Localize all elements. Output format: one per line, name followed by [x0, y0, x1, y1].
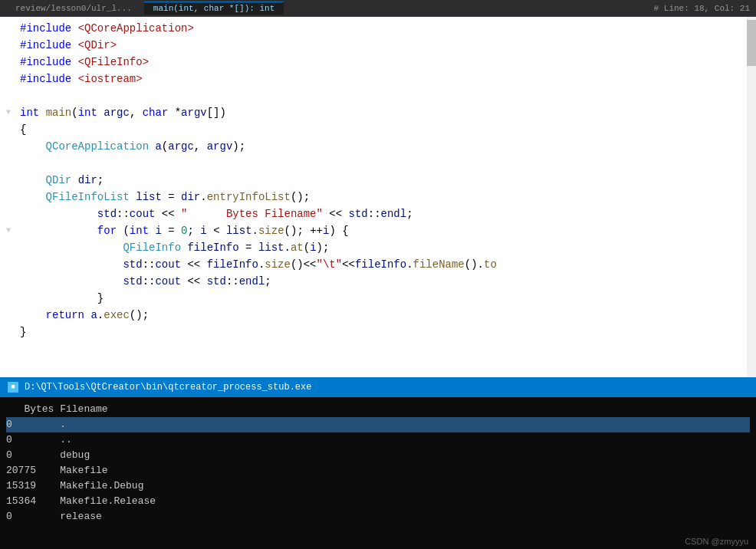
term-line-header: Bytes Filename	[6, 402, 750, 417]
code-line-18: return a.exec();	[0, 307, 756, 324]
terminal-path: D:\QT\Tools\QtCreator\bin\qtcreator_proc…	[25, 382, 311, 393]
code-text-16[interactable]: std::cout << std::endl;	[17, 273, 756, 290]
gutter-5	[0, 87, 17, 104]
gutter-4	[0, 71, 17, 87]
editor-scrollbar[interactable]	[747, 17, 756, 377]
code-text-17[interactable]: }	[17, 290, 756, 307]
tab-main[interactable]: main(int, char *[]): int	[144, 2, 284, 15]
code-line-3: #include <QFileInfo>	[0, 54, 756, 71]
code-line-19: }	[0, 324, 756, 340]
code-text-9[interactable]	[17, 155, 756, 172]
gutter-10	[0, 172, 17, 189]
gutter-8	[0, 138, 17, 155]
gutter-13: ▼	[0, 222, 17, 239]
gutter-2	[0, 37, 17, 54]
code-text-7[interactable]: {	[17, 121, 756, 138]
gutter-15	[0, 256, 17, 273]
code-line-4: #include <iostream>	[0, 71, 756, 87]
term-line-5: 15319 Makefile.Debug	[6, 478, 750, 494]
cursor-info: # Line: 18, Col: 21	[654, 4, 750, 13]
gutter-11	[0, 189, 17, 205]
code-line-11: QFileInfoList list = dir.entryInfoList()…	[0, 189, 756, 205]
gutter-12	[0, 205, 17, 222]
term-line-4: 20775 Makefile	[6, 463, 750, 478]
code-text-5[interactable]	[17, 87, 756, 104]
code-text-8[interactable]: QCoreApplication a(argc, argv);	[17, 138, 756, 155]
code-text-15[interactable]: std::cout << fileInfo.size()<<"\t"<<file…	[17, 256, 756, 273]
gutter-1	[0, 20, 17, 37]
code-text-6[interactable]: int main(int argc, char *argv[])	[17, 104, 756, 121]
code-text-4[interactable]: #include <iostream>	[17, 71, 756, 87]
code-line-16: std::cout << std::endl;	[0, 273, 756, 290]
code-line-7: {	[0, 121, 756, 138]
gutter-19	[0, 324, 17, 340]
code-text-10[interactable]: QDir dir;	[17, 172, 756, 189]
title-bar: review/lesson0/ulr_l... main(int, char *…	[0, 0, 756, 17]
code-line-8: QCoreApplication a(argc, argv);	[0, 138, 756, 155]
scrollbar-thumb[interactable]	[747, 20, 756, 66]
code-text-2[interactable]: #include <QDir>	[17, 37, 756, 54]
code-line-17: }	[0, 290, 756, 307]
code-line-9	[0, 155, 756, 172]
code-line-2: #include <QDir>	[0, 37, 756, 54]
gutter-7	[0, 121, 17, 138]
terminal-output[interactable]: Bytes Filename 0 . 0 .. 0 debug 20775 Ma…	[0, 397, 756, 549]
code-line-14: QFileInfo fileInfo = list.at(i);	[0, 239, 756, 256]
gutter-14	[0, 239, 17, 256]
code-content: #include <QCoreApplication> #include <QD…	[0, 17, 756, 344]
code-text-14[interactable]: QFileInfo fileInfo = list.at(i);	[17, 239, 756, 256]
code-line-5	[0, 87, 756, 104]
term-line-2: 0 ..	[6, 432, 750, 448]
code-line-13: ▼ for (int i = 0; i < list.size(); ++i) …	[0, 222, 756, 239]
term-line-7: 0 release	[6, 509, 750, 524]
terminal-header: ■ D:\QT\Tools\QtCreator\bin\qtcreator_pr…	[0, 377, 756, 397]
code-editor: #include <QCoreApplication> #include <QD…	[0, 17, 756, 377]
gutter-6: ▼	[0, 104, 17, 121]
code-text-18[interactable]: return a.exec();	[17, 307, 756, 324]
code-text-13[interactable]: for (int i = 0; i < list.size(); ++i) {	[17, 222, 756, 239]
term-line-6: 15364 Makefile.Release	[6, 494, 750, 509]
code-text-1[interactable]: #include <QCoreApplication>	[17, 20, 756, 37]
gutter-3	[0, 54, 17, 71]
term-line-1: 0 .	[6, 417, 750, 432]
code-text-19[interactable]: }	[17, 324, 756, 340]
term-line-3: 0 debug	[6, 448, 750, 463]
tab-file[interactable]: review/lesson0/ulr_l...	[6, 2, 141, 15]
gutter-16	[0, 273, 17, 290]
code-line-6: ▼ int main(int argc, char *argv[])	[0, 104, 756, 121]
gutter-18	[0, 307, 17, 324]
terminal-icon: ■	[8, 382, 18, 393]
code-line-1: #include <QCoreApplication>	[0, 20, 756, 37]
gutter-9	[0, 155, 17, 172]
code-text-3[interactable]: #include <QFileInfo>	[17, 54, 756, 71]
watermark: CSDN @zmyyyu	[685, 537, 748, 546]
code-line-15: std::cout << fileInfo.size()<<"\t"<<file…	[0, 256, 756, 273]
code-line-10: QDir dir;	[0, 172, 756, 189]
code-text-12[interactable]: std::cout << " Bytes Filename" << std::e…	[17, 205, 756, 222]
code-line-12: std::cout << " Bytes Filename" << std::e…	[0, 205, 756, 222]
code-text-11[interactable]: QFileInfoList list = dir.entryInfoList()…	[17, 189, 756, 205]
gutter-17	[0, 290, 17, 307]
